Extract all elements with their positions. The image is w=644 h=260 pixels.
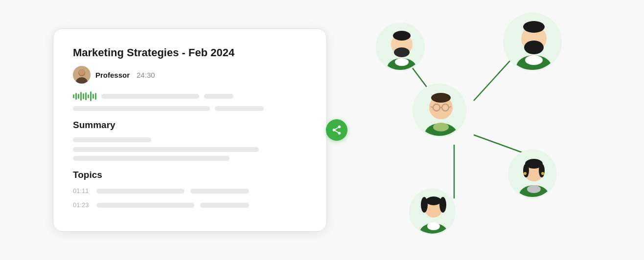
avatar — [73, 66, 91, 84]
svg-line-8 — [335, 128, 338, 130]
topic-time-1: 01:11 — [73, 187, 91, 195]
svg-point-44 — [524, 172, 527, 175]
professor-time: 24:30 — [137, 71, 155, 79]
summary-line-medium — [73, 156, 230, 161]
summary-heading: Summary — [73, 120, 307, 130]
summary-line-short — [73, 137, 151, 142]
placeholder-line — [73, 106, 210, 111]
placeholder-line — [215, 106, 264, 111]
avatar-bottom-right — [508, 150, 557, 198]
svg-line-7 — [335, 130, 338, 132]
svg-point-48 — [427, 222, 440, 230]
avatar-center — [413, 84, 466, 137]
svg-point-6 — [338, 132, 341, 135]
topic-bar-1a — [96, 189, 184, 194]
svg-point-45 — [541, 172, 544, 175]
topic-row-2: 01:23 — [73, 201, 307, 209]
svg-point-20 — [393, 31, 411, 41]
avatar-top-right — [503, 13, 562, 71]
topic-bar-1b — [190, 189, 249, 194]
svg-point-5 — [333, 129, 336, 131]
svg-point-25 — [524, 41, 544, 54]
topic-time-2: 01:23 — [73, 201, 91, 209]
audio-progress-bar[interactable] — [101, 94, 199, 99]
network-diagram — [337, 13, 591, 247]
content-card: Marketing Strategies - Feb 2024 Professo… — [53, 28, 327, 232]
topic-row-1: 01:11 — [73, 187, 307, 195]
svg-point-4 — [338, 126, 341, 129]
avatar-bottom-center — [409, 189, 456, 235]
main-container: Marketing Strategies - Feb 2024 Professo… — [0, 0, 644, 260]
svg-point-26 — [523, 21, 545, 33]
svg-line-11 — [474, 135, 528, 154]
svg-point-3 — [79, 69, 85, 75]
subtitle-row — [73, 106, 307, 111]
svg-point-52 — [439, 197, 446, 213]
card-title: Marketing Strategies - Feb 2024 — [73, 46, 307, 59]
svg-point-23 — [525, 55, 543, 65]
svg-point-51 — [421, 197, 428, 213]
topic-bar-2a — [96, 203, 194, 208]
svg-point-39 — [527, 185, 541, 193]
share-button[interactable] — [326, 119, 347, 141]
professor-name: Professor — [95, 71, 130, 79]
svg-point-29 — [433, 123, 449, 131]
summary-line-long — [73, 147, 259, 152]
audio-row[interactable] — [73, 91, 307, 101]
svg-point-42 — [523, 164, 529, 177]
svg-point-50 — [426, 196, 441, 205]
svg-point-36 — [431, 93, 451, 103]
professor-row: Professor 24:30 — [73, 66, 307, 84]
topic-bar-2b — [200, 203, 249, 208]
topics-heading: Topics — [73, 170, 307, 180]
svg-point-17 — [395, 58, 409, 66]
avatar-top-left — [376, 22, 425, 71]
svg-point-19 — [394, 47, 410, 57]
audio-duration-bar — [204, 94, 233, 99]
waveform-icon — [73, 91, 96, 101]
svg-point-43 — [539, 164, 545, 177]
